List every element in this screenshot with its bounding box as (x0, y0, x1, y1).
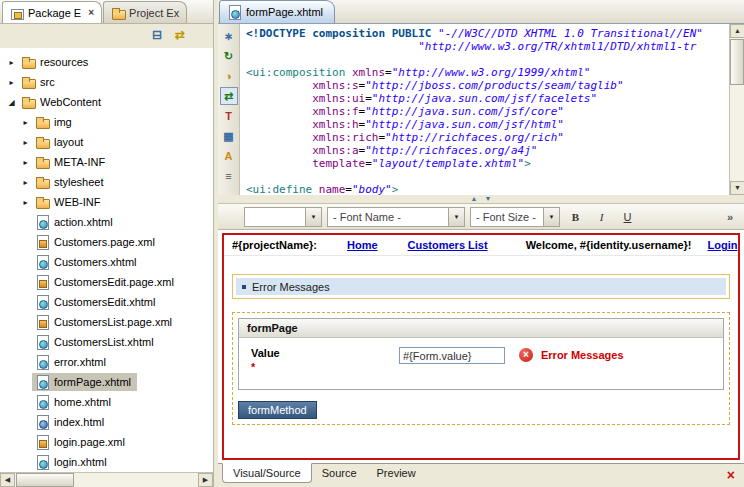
xhtml-file-icon (35, 255, 49, 269)
tab-project-explorer[interactable]: Project Ex (103, 1, 187, 23)
link-with-editor-icon: ⇄ (175, 28, 185, 42)
scrollbar-track[interactable] (74, 473, 198, 487)
tree-item[interactable]: ▸resources (0, 52, 213, 72)
code-token: > (524, 157, 531, 170)
vertical-scrollbar[interactable]: ▲ ▼ (729, 24, 744, 195)
expand-arrow-icon[interactable]: ▸ (19, 138, 32, 147)
tree-item[interactable]: CustomersList.xhtml (0, 332, 213, 352)
tree-item[interactable]: CustomersEdit.page.xml (0, 272, 213, 292)
editor-mode-tab-bar: Visual/Source Source Preview × (218, 463, 744, 487)
scrollbar-thumb[interactable] (16, 473, 74, 487)
scroll-left-button[interactable]: ◀ (0, 473, 15, 487)
expand-arrow-icon[interactable]: ◢ (5, 98, 18, 107)
font-size-combo[interactable]: - Font Size - ▼ (470, 207, 560, 227)
code-token: <ui:composition (246, 66, 352, 79)
chevron-down-icon[interactable]: ▼ (448, 208, 464, 226)
tree-item[interactable]: ▸img (0, 112, 213, 132)
chevron-down-icon[interactable]: ▼ (543, 208, 559, 226)
tree-item-target: META-INF (32, 153, 111, 171)
nav-link[interactable]: Login (708, 239, 738, 251)
tree-item[interactable]: formPage.xhtml (0, 372, 213, 392)
scroll-down-button[interactable]: ▼ (730, 181, 744, 195)
visual-canvas[interactable]: #{projectName}: HomeCustomers List Welco… (222, 233, 740, 460)
code-line: xmlns:rich="http://richfaces.org/rich" (246, 131, 729, 144)
toolbar-overflow-icon[interactable]: » (727, 211, 738, 223)
tree-item[interactable]: ◢WebContent (0, 92, 213, 112)
expand-arrow-icon[interactable]: ▸ (5, 78, 18, 87)
tree-item[interactable]: ▸META-INF (0, 152, 213, 172)
html-file-icon (35, 415, 49, 429)
style-combo[interactable]: ▼ (244, 207, 322, 227)
tab-preview[interactable]: Preview (367, 464, 426, 484)
tab-visual-source[interactable]: Visual/Source (222, 463, 312, 483)
expand-arrow-icon[interactable]: ▸ (19, 158, 32, 167)
nav-link[interactable]: Customers List (408, 239, 488, 251)
tree-item[interactable]: Customers.xhtml (0, 252, 213, 272)
nav-link[interactable]: Home (347, 239, 378, 251)
folder-icon (35, 175, 49, 189)
refresh-button[interactable]: ↻ (220, 47, 238, 65)
tree-item-label: resources (40, 56, 88, 68)
error-icon: × (519, 348, 533, 362)
value-input[interactable] (399, 347, 505, 364)
chevron-down-icon[interactable]: ▼ (305, 208, 321, 226)
editor-splitter[interactable]: ▲ ▼ (218, 195, 744, 204)
code-token (246, 105, 312, 118)
scroll-right-button[interactable]: ▶ (198, 473, 213, 487)
preferences-button[interactable]: ∗ (220, 27, 238, 45)
tree-item[interactable]: CustomersList.page.xml (0, 312, 213, 332)
page-design-options-button[interactable]: ◑ (220, 67, 238, 85)
expand-arrow-icon[interactable]: ▸ (19, 178, 32, 187)
scrollbar-track[interactable] (730, 85, 744, 181)
bold-button[interactable]: B (565, 207, 586, 227)
tree-item[interactable]: login.xhtml (0, 452, 213, 472)
scrollbar-thumb[interactable] (730, 39, 744, 85)
tab-label: Package E (28, 7, 81, 19)
tree-item[interactable]: ▸stylesheet (0, 172, 213, 192)
close-icon[interactable]: × (88, 8, 94, 18)
xhtml-file-icon (35, 355, 49, 369)
form-method-button[interactable]: formMethod (238, 401, 317, 419)
tree-item-label: CustomersEdit.xhtml (54, 296, 155, 308)
show-bundles-button[interactable]: A (220, 147, 238, 165)
tree-item[interactable]: error.xhtml (0, 352, 213, 372)
editor-tab-formpage[interactable]: formPage.xhtml (219, 0, 335, 23)
text-formatting-button[interactable]: T (220, 107, 238, 125)
code-line (246, 53, 729, 66)
link-with-editor-button[interactable]: ⇄ (171, 27, 189, 45)
tree-item[interactable]: action.xhtml (0, 212, 213, 232)
tree-item-label: layout (54, 136, 83, 148)
tree-item[interactable]: ▸WEB-INF (0, 192, 213, 212)
italic-button[interactable]: I (591, 207, 612, 227)
source-code-editor[interactable]: <!DOCTYPE composition PUBLIC "-//W3C//DT… (240, 24, 729, 195)
tree-item[interactable]: home.xhtml (0, 392, 213, 412)
editor-tab-bar: formPage.xhtml (218, 0, 744, 24)
tree-item[interactable]: ▸src (0, 72, 213, 92)
selection-bar-button[interactable]: ≡ (220, 167, 238, 185)
tree-item[interactable]: login.page.xml (0, 432, 213, 452)
font-name-combo[interactable]: - Font Name - ▼ (327, 207, 465, 227)
tab-source[interactable]: Source (312, 464, 367, 484)
horizontal-scrollbar[interactable]: ◀ ▶ (0, 472, 213, 487)
expand-arrow-icon[interactable]: ▸ (5, 58, 18, 67)
scroll-up-button[interactable]: ▲ (730, 24, 744, 38)
show-invisible-tags-button[interactable]: ⇄ (220, 87, 238, 105)
tree-item-target: CustomersEdit.page.xml (32, 273, 180, 291)
underline-button[interactable]: U (617, 207, 638, 227)
tree-item[interactable]: index.html (0, 412, 213, 432)
page-error-icon[interactable]: × (727, 468, 735, 482)
collapse-all-button[interactable]: ⊟ (148, 27, 166, 45)
expand-arrow-icon[interactable]: ▸ (19, 118, 32, 127)
project-tree: ▸resources▸src◢WebContent▸img▸layout▸MET… (0, 48, 213, 472)
tree-item[interactable]: Customers.page.xml (0, 232, 213, 252)
show-borders-button[interactable]: ▦ (220, 127, 238, 145)
tree-item[interactable]: ▸layout (0, 132, 213, 152)
tree-item-label: src (40, 76, 55, 88)
code-token: = (345, 183, 352, 195)
splitter-down-icon[interactable]: ▼ (485, 195, 492, 203)
tab-package-explorer[interactable]: Package E × (2, 1, 102, 23)
expand-arrow-icon[interactable]: ▸ (19, 198, 32, 207)
code-token: = (365, 157, 372, 170)
splitter-up-icon[interactable]: ▲ (471, 195, 478, 203)
tree-item[interactable]: CustomersEdit.xhtml (0, 292, 213, 312)
